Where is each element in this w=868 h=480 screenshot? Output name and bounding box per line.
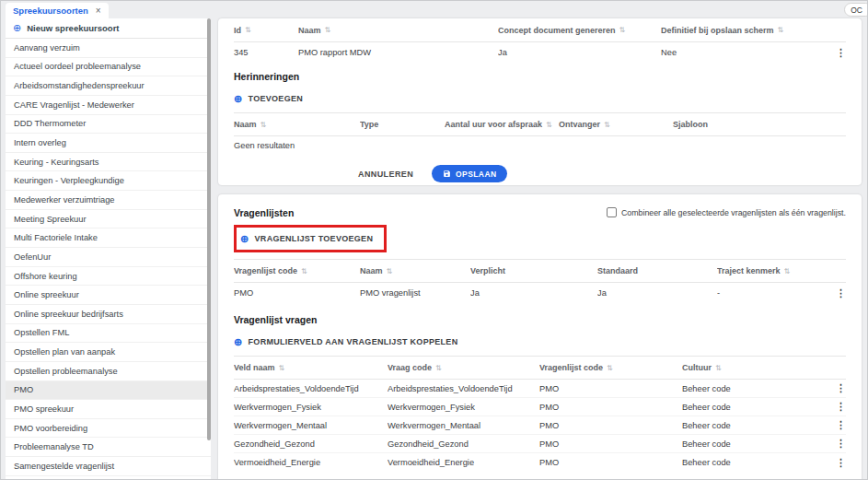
col-header-definitief[interactable]: Definitief bij opslaan scherm ⇅ <box>661 26 827 35</box>
sidebar-item-samengestelde-vragenlijst[interactable]: Samengestelde vragenlijst <box>6 457 211 476</box>
col-header-naam[interactable]: Naam ⇅ <box>360 266 470 275</box>
row-menu-kebab-icon[interactable]: ⋮ <box>836 402 846 412</box>
sidebar-item-keuringen-verpleegkundige[interactable]: Keuringen - Verpleegkundige <box>6 171 211 191</box>
cell-naam: PMO vragenlijst <box>360 288 470 298</box>
col-header-ontvanger[interactable]: Ontvanger ⇅ <box>559 120 673 129</box>
sidebar-item-online-spreekuur[interactable]: Online spreekuur <box>6 286 211 305</box>
sort-icon[interactable]: ⇅ <box>387 267 393 275</box>
plus-circle-icon: ⊕ <box>234 94 243 104</box>
cell-id: 345 <box>234 48 298 57</box>
sidebar-item-pmo[interactable]: PMO <box>6 381 211 401</box>
col-header-veld-naam[interactable]: Veld naam ⇅ <box>234 363 388 372</box>
col-header-type[interactable]: Type <box>360 120 445 129</box>
cell-verplicht: Ja <box>470 288 597 298</box>
cell-vraag-code: Werkvermogen_Mentaal <box>388 421 539 430</box>
col-header-vraag-code[interactable]: Vraag code ⇅ <box>388 363 539 372</box>
formulierveld-koppelen-button[interactable]: ⊕ FORMULIERVELD AAN VRAGENLIJST KOPPELEN <box>234 332 457 352</box>
sort-icon[interactable]: ⇅ <box>245 26 251 34</box>
cell-vraag-code: Arbeidsprestaties_VoldoendeTijd <box>388 384 539 393</box>
vragen-table-header: Veld naam ⇅ Vraag code ⇅ Vragenlijst cod… <box>234 356 846 380</box>
col-header-vragenlijst-code[interactable]: Vragenlijst code ⇅ <box>234 266 360 275</box>
sidebar-item-probleemanalyse-td[interactable]: Probleemanalyse TD <box>6 438 211 457</box>
col-header-standaard[interactable]: Standaard <box>597 266 717 275</box>
save-button[interactable]: OPSLAAN <box>432 165 507 182</box>
cell-cultuur: Beheer code <box>682 439 827 449</box>
sort-icon[interactable]: ⇅ <box>435 364 442 372</box>
col-header-verplicht[interactable]: Verplicht <box>470 266 597 275</box>
sidebar: ⊕ Nieuw spreekuursoort Aanvang verzuim A… <box>6 18 211 480</box>
vragenlijst-toevoegen-button[interactable]: ⊕ VRAGENLIJST TOEVOEGEN <box>240 228 373 249</box>
vragenlijsten-table-header: Vragenlijst code ⇅ Naam ⇅ Verplicht Stan… <box>234 259 846 283</box>
sidebar-item-arbeidsomstandigheden[interactable]: Arbeidsomstandighedenspreekuur <box>6 76 211 96</box>
cancel-button[interactable]: ANNULEREN <box>358 170 413 179</box>
col-header-traject-kenmerk[interactable]: Traject kenmerk ⇅ <box>717 266 827 275</box>
sort-icon[interactable]: ⇅ <box>778 26 784 34</box>
row-menu-kebab-icon[interactable]: ⋮ <box>836 420 846 430</box>
sidebar-item-ddd-thermometer[interactable]: DDD Thermometer <box>6 115 211 135</box>
new-spreekuursoort-button[interactable]: ⊕ Nieuw spreekuursoort <box>6 18 211 39</box>
sidebar-item-spoorcheck[interactable]: SpoorCheck <box>6 476 211 480</box>
vraag-row: Arbeidsprestaties_VoldoendeTijd Arbeidsp… <box>234 380 846 398</box>
herinneringen-table-header: Naam ⇅ Type Aantal uur voor afspraak ⇅ O… <box>234 112 846 136</box>
sidebar-item-oefenuur[interactable]: OefenUur <box>6 248 211 267</box>
tab-label: Spreekuursoorten <box>13 6 88 16</box>
vraag-row: Vermoeidheid_Energie Vermoeidheid_Energi… <box>234 453 846 472</box>
sidebar-item-aanvang-verzuim[interactable]: Aanvang verzuim <box>6 39 211 58</box>
sidebar-item-online-spreekuur-bedrijfsarts[interactable]: Online spreekuur bedrijfsarts <box>6 305 211 324</box>
sidebar-item-pmo-spreekuur[interactable]: PMO spreekuur <box>6 400 211 419</box>
empty-results-text: Geen resultaten <box>234 136 846 155</box>
plus-circle-icon: ⊕ <box>234 337 243 347</box>
sidebar-scrollbar[interactable] <box>207 18 211 440</box>
col-header-id[interactable]: Id ⇅ <box>234 26 298 35</box>
row-menu-kebab-icon[interactable]: ⋮ <box>836 48 846 58</box>
sidebar-item-medewerker-verzuimtriage[interactable]: Medewerker verzuimtriage <box>6 191 211 210</box>
cell-vraag-code: Vermoeidheid_Energie <box>388 458 539 467</box>
save-icon <box>443 170 451 178</box>
sidebar-item-opstellen-probleemanalyse[interactable]: Opstellen probleemanalyse <box>6 362 211 381</box>
sidebar-item-opstellen-fml[interactable]: Opstellen FML <box>6 324 211 344</box>
top-right-partial-button[interactable]: OC <box>844 3 868 17</box>
sort-icon[interactable]: ⇅ <box>607 364 613 372</box>
col-header-sjabloon[interactable]: Sjabloon <box>673 120 846 129</box>
row-menu-kebab-icon[interactable]: ⋮ <box>836 458 846 468</box>
new-spreekuursoort-label: Nieuw spreekuursoort <box>27 23 119 33</box>
row-menu-kebab-icon[interactable]: ⋮ <box>836 383 846 393</box>
sidebar-item-offshore-keuring[interactable]: Offshore keuring <box>6 267 211 287</box>
col-header-naam[interactable]: Naam ⇅ <box>234 120 360 129</box>
col-header-aantal-uur[interactable]: Aantal uur voor afspraak ⇅ <box>445 120 559 129</box>
cell-naam: PMO rapport MDW <box>298 48 498 57</box>
sidebar-item-opstellen-plan-van-aanpak[interactable]: Opstellen plan van aanpak <box>6 343 211 362</box>
cell-veld-naam: Werkvermogen_Fysiek <box>234 403 388 412</box>
sort-icon[interactable]: ⇅ <box>619 26 626 34</box>
sort-icon[interactable]: ⇅ <box>325 26 331 34</box>
detail-table-header: Id ⇅ Naam ⇅ Concept document genereren ⇅… <box>234 18 846 42</box>
col-header-concept[interactable]: Concept document genereren ⇅ <box>498 26 661 35</box>
sidebar-item-intern-overleg[interactable]: Intern overleg <box>6 134 211 153</box>
sort-icon[interactable]: ⇅ <box>715 364 722 372</box>
combine-checkbox[interactable] <box>607 207 617 217</box>
sort-icon[interactable]: ⇅ <box>784 267 791 275</box>
sidebar-item-multi-factoriele-intake[interactable]: Multi Factoriele Intake <box>6 228 211 248</box>
close-icon[interactable]: × <box>96 6 101 16</box>
sidebar-item-pmo-voorbereiding[interactable]: PMO voorbereiding <box>6 419 211 439</box>
sort-icon[interactable]: ⇅ <box>604 121 610 129</box>
combine-checkbox-row[interactable]: Combineer alle geselecteerde vragenlijst… <box>607 207 846 217</box>
tab-spreekuursoorten[interactable]: Spreekuursoorten × <box>6 3 109 18</box>
sort-icon[interactable]: ⇅ <box>260 121 267 129</box>
cell-vragenlijst-code: PMO <box>539 458 682 467</box>
col-header-vragenlijst-code[interactable]: Vragenlijst code ⇅ <box>539 363 682 372</box>
sidebar-item-keuring-keuringsarts[interactable]: Keuring - Keuringsarts <box>6 153 211 172</box>
sort-icon[interactable]: ⇅ <box>301 267 307 275</box>
cell-definitief: Nee <box>661 48 827 57</box>
row-menu-kebab-icon[interactable]: ⋮ <box>836 439 846 449</box>
sidebar-item-meeting-spreekuur[interactable]: Meeting Spreekuur <box>6 210 211 229</box>
col-header-cultuur[interactable]: Cultuur ⇅ <box>682 363 827 372</box>
sort-icon[interactable]: ⇅ <box>546 121 552 129</box>
herinnering-toevoegen-button[interactable]: ⊕ TOEVOEGEN <box>234 88 303 109</box>
sidebar-item-actueel-oordeel[interactable]: Actueel oordeel probleemanalyse <box>6 58 211 77</box>
row-menu-kebab-icon[interactable]: ⋮ <box>836 288 846 299</box>
sidebar-item-care-vragenlijst[interactable]: CARE Vragenlijst - Medewerker <box>6 96 211 115</box>
col-header-naam[interactable]: Naam ⇅ <box>298 26 498 35</box>
vragenlijsten-card: Vragenlijsten Combineer alle geselecteer… <box>218 194 862 480</box>
sort-icon[interactable]: ⇅ <box>279 364 285 372</box>
